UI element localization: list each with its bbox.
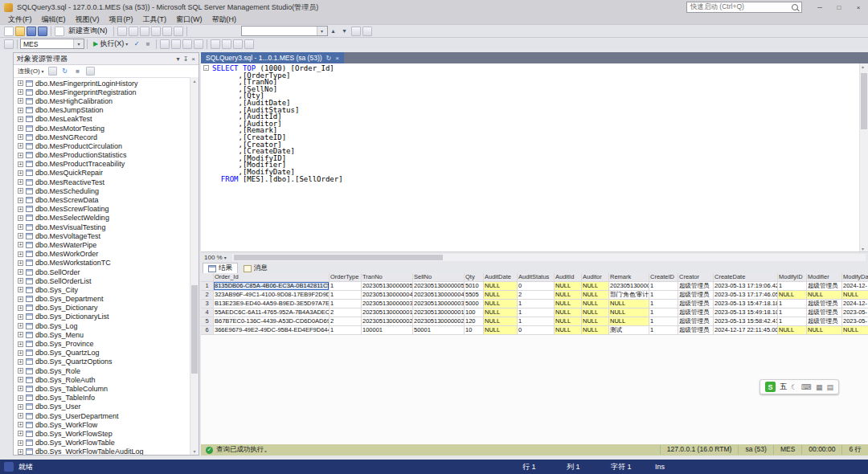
navigate-back-icon[interactable]: ▴ [329,27,338,36]
collapse-icon[interactable]: - [203,65,209,71]
grid-cell[interactable]: NULL [555,282,582,291]
grid-cell[interactable]: 202305130000003 [413,300,465,309]
column-header[interactable]: Modifier [807,273,842,282]
expander-icon[interactable]: + [18,440,23,446]
scroll-up-icon[interactable]: ▴ [862,63,864,69]
full-screen-icon[interactable] [351,27,361,36]
grid-cell[interactable]: NULL [555,300,582,309]
menu-item-3[interactable]: 项目(P) [104,14,138,25]
grid-cell[interactable]: 202305130000005 [362,282,413,291]
grid-cell[interactable]: 50001 [413,326,465,335]
copy-icon[interactable] [129,27,138,36]
sql-line[interactable]: ,[TranNo] [201,79,868,86]
column-header[interactable]: Order_Id [214,273,330,282]
grid-cell[interactable]: 2024-12- [842,282,868,291]
new-project-icon[interactable] [4,27,14,36]
live-statistics-icon[interactable] [171,39,181,49]
row-header[interactable]: 6 [201,326,214,335]
sql-line[interactable]: ,[CreateID] [201,134,868,141]
grid-cell[interactable]: 202305130000003 [362,300,413,309]
results-to-file-icon[interactable] [194,39,203,49]
stop-icon[interactable]: ■ [73,67,83,76]
grid-cell[interactable]: 2023-05-13 15:49:18.100 [714,309,778,317]
insert-mode[interactable]: Ins [655,463,699,471]
grid-cell[interactable]: 2023-05-13 15:47:18.180 [714,300,778,309]
row-header[interactable]: 4 [201,309,214,317]
grid-cell[interactable]: 1 [330,282,362,291]
expander-icon[interactable]: + [18,251,23,257]
tree-item[interactable]: +dbo.MesSelectWelding [14,214,199,223]
grid-cell[interactable]: NULL [778,326,807,335]
refresh-icon[interactable]: ↻ [60,67,70,76]
expander-icon[interactable]: + [18,89,23,95]
scrollbar-thumb[interactable] [191,285,198,374]
ime-mode-indicator[interactable]: 五 [780,382,787,392]
tree-item[interactable]: +dbo.MesScrewFloating [14,205,199,214]
tree-item[interactable]: +dbo.MesProductCirculation [14,141,199,150]
grid-cell[interactable]: NULL [582,300,609,309]
database-combo[interactable]: MES ▾ [20,39,84,49]
tree-item[interactable]: +dbo.MesWorkstationTC [14,259,199,268]
tree-item[interactable]: +dbo.Sys_WorkFlowStep [14,429,199,438]
expander-icon[interactable]: + [18,116,23,122]
row-header[interactable]: 2 [201,291,214,300]
expander-icon[interactable]: + [18,323,23,329]
grid-cell[interactable]: 2 [518,291,555,300]
cut-icon[interactable] [117,27,127,36]
sql-line[interactable]: ,[SellNo] [201,86,868,93]
expander-icon[interactable]: + [18,314,23,320]
new-query-icon[interactable] [55,27,64,36]
grid-cell[interactable]: 2023-05- [842,309,868,317]
column-header[interactable]: SellNo [413,273,465,282]
keyboard-icon[interactable]: ⌨ [801,383,812,391]
tree-item[interactable]: +dbo.Sys_Role [14,366,199,375]
expander-icon[interactable]: + [18,359,23,365]
tree-item[interactable]: +dbo.Sys_TableColumn [14,384,199,393]
tree-item[interactable]: +dbo.MesMotorTesting [14,124,199,133]
tab-sync-icon[interactable]: ↻ [326,55,332,62]
execute-button[interactable]: ▶ 执行(X) ▾ [90,39,131,49]
ime-toolbar[interactable]: S 五 ☾ ⌨ ▦ ▤ [760,379,839,394]
expander-icon[interactable]: + [18,170,23,176]
sql-line[interactable]: ,[AuditStatus] [201,107,868,114]
tree-item[interactable]: +dbo.MesWaterPipe [14,240,199,249]
save-icon[interactable] [27,27,36,36]
grid-cell[interactable]: NULL [484,309,518,317]
expander-icon[interactable]: + [18,404,23,410]
estimated-plan-icon[interactable] [160,39,170,49]
grid-cell[interactable]: NULL [484,326,518,335]
expander-icon[interactable]: + [18,413,23,419]
outdent-icon[interactable] [244,39,254,49]
tree-item[interactable]: +dbo.MesQuickRepair [14,169,199,178]
grid-cell[interactable]: 超级管理员 [807,317,842,326]
grid-cell[interactable]: NULL [582,282,609,291]
expander-icon[interactable]: + [18,260,23,266]
menu-item-1[interactable]: 编辑(E) [37,14,71,25]
column-header[interactable]: AuditStatus [518,273,555,282]
grid-cell[interactable]: 2023-05-13 17:17:46.050 [714,291,778,300]
tree-item[interactable]: +dbo.Sys_WorkFlowTableAuditLog [14,447,199,455]
grid-cell[interactable]: 0 [518,326,555,335]
open-file-icon[interactable] [15,27,25,36]
column-header[interactable]: Creator [678,273,714,282]
tree-item[interactable]: +dbo.Sys_QuartzLog [14,349,199,358]
expander-icon[interactable]: + [18,98,23,104]
stop-icon[interactable]: ■ [143,39,153,49]
grid-icon[interactable]: ▦ [816,383,823,391]
expander-icon[interactable]: + [18,198,23,203]
grid-cell[interactable]: NULL [484,317,518,326]
close-panel-icon[interactable]: × [191,55,195,63]
grid-cell[interactable]: 部门'角色'审计'审批 [609,291,649,300]
tree-item[interactable]: +dbo.MesLeakTest [14,115,199,124]
tree-item[interactable]: +dbo.Sys_UserDepartment [14,411,199,420]
expander-icon[interactable]: + [18,233,23,239]
grid-cell[interactable]: 1 [330,300,362,309]
activity-monitor-icon[interactable] [362,27,372,36]
expander-icon[interactable]: + [18,449,23,455]
column-header[interactable]: OrderType [330,273,362,282]
tree-item[interactable]: +dbo.Sys_WorkFlow [14,420,199,429]
grid-cell[interactable]: NULL [484,282,518,291]
close-button[interactable]: × [849,0,868,14]
tab-close-icon[interactable]: × [335,55,339,62]
grid-cell[interactable]: 超级管理员 [678,300,714,309]
